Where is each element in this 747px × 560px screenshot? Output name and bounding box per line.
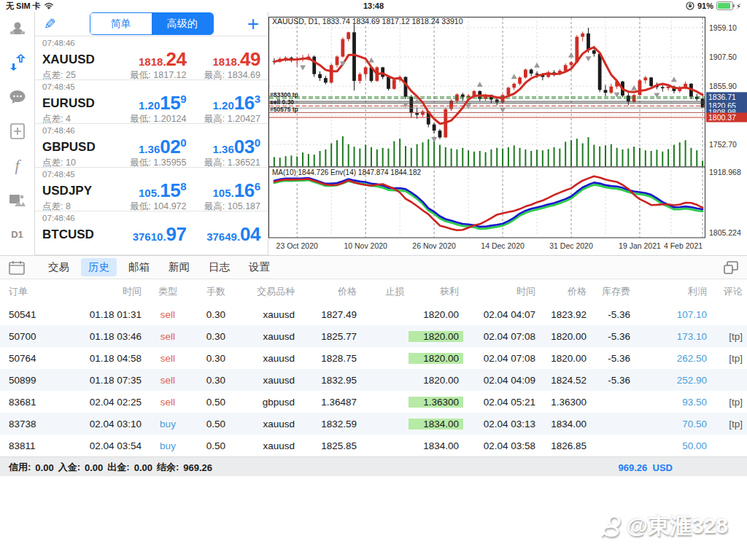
cell-profit: 107.10	[635, 309, 711, 320]
quote-bid: 1818.24	[112, 48, 187, 71]
orientation-lock-icon	[686, 1, 694, 10]
history-row-50764[interactable]: 5076401.18 04:58sell0.30xauusd1828.75182…	[0, 347, 747, 369]
candle-body	[433, 125, 436, 131]
sidebar-item-quotes[interactable]	[8, 53, 27, 72]
terminal-tabbar: 交易历史邮箱新闻日志设置	[0, 255, 747, 279]
candle-body	[438, 131, 442, 137]
volume-bar	[336, 140, 338, 166]
edit-pencil-icon[interactable]: ✎	[44, 15, 56, 33]
segment-advanced[interactable]: 高级的	[152, 13, 213, 34]
history-row-83681[interactable]: 8368102.04 02:25sell0.50gbpusd1.364871.3…	[0, 391, 747, 413]
candle-body	[415, 113, 419, 114]
volume-bar	[274, 157, 275, 166]
terminal-tab-0[interactable]: 交易	[41, 258, 77, 276]
sidebar-item-objects[interactable]	[8, 190, 27, 209]
volume-bar	[616, 148, 618, 166]
candle-body	[324, 78, 328, 82]
cell-profit: 50.00	[635, 440, 711, 451]
cell-symbol: xauusd	[230, 440, 299, 451]
quotes-toolbar: ✎ 简单 高级的 +	[35, 12, 268, 36]
price-chart[interactable]: XAUUSD, D1, 1833.74 1834.69 1817.12 1818…	[268, 12, 747, 255]
add-symbol-button[interactable]: +	[247, 17, 259, 31]
window-layout-icon[interactable]	[724, 261, 738, 274]
cell-price: 1.36487	[299, 397, 361, 408]
cell-close-price: 1834.00	[540, 419, 591, 429]
volume-bar	[348, 144, 349, 166]
terminal-tab-4[interactable]: 日志	[201, 258, 237, 276]
cell-comment: [tp]	[711, 331, 747, 342]
cell-profit: 70.50	[635, 419, 711, 429]
cell-tp: 1.36300	[409, 397, 463, 408]
column-header: 时间	[463, 285, 540, 298]
history-row-50899[interactable]: 5089901.18 07:35sell0.30xauusd1832.95182…	[0, 369, 747, 391]
terminal-tab-2[interactable]: 邮箱	[121, 258, 157, 276]
cell-volume: 0.30	[190, 331, 230, 342]
chart-panel[interactable]: XAUUSD, D1, 1833.74 1834.69 1817.12 1818…	[268, 12, 747, 255]
cell-close-price: 1824.52	[540, 375, 591, 386]
quote-ask: 1818.49	[187, 48, 261, 71]
quote-row-btcusd[interactable]: 07:48:46BTCUSD37610.9737649.04	[35, 211, 268, 255]
candle-body	[524, 69, 527, 77]
quote-row-xauusd[interactable]: 07:48:46XAUUSD1818.241818.49点差: 25最低: 18…	[35, 36, 268, 80]
quote-low: 最低: 1817.12	[112, 69, 187, 81]
tab-list: 交易历史邮箱新闻日志设置	[41, 258, 277, 276]
terminal-tab-3[interactable]: 新闻	[161, 258, 197, 276]
cell-tp: 1834.00	[409, 440, 463, 451]
history-table-header: 订单时间类型手数交易品种价格止损获利时间价格库存费利润评论	[0, 279, 747, 303]
history-row-50700[interactable]: 5070001.18 03:46sell0.30xauusd1825.77182…	[0, 325, 747, 347]
volume-bar	[359, 149, 360, 166]
candle-body	[598, 54, 602, 90]
axis-badge-label: 1836.71	[708, 93, 736, 101]
quote-ask: 1.20163	[187, 92, 261, 114]
quote-row-eurusd[interactable]: 07:48:45EURUSD1.201591.20163点差: 4最低: 1.2…	[35, 80, 268, 124]
column-header: 库存费	[591, 285, 635, 298]
quote-row-usdjpy[interactable]: 07:48:45USDJPY105.158105.166点差: 8最低: 104…	[35, 168, 268, 211]
terminal-tab-5[interactable]: 设置	[241, 258, 277, 276]
axis-price-label: 1855.90	[709, 82, 737, 90]
quote-row-gbpusd[interactable]: 07:48:46GBPUSD1.360201.36030点差: 10最低: 1.…	[35, 124, 268, 168]
cell-tp: 1834.00	[409, 419, 463, 429]
volume-bar	[554, 147, 555, 166]
column-header: 价格	[299, 285, 361, 298]
cell-close-time: 02.04 04:09	[463, 375, 540, 386]
sidebar-item-accounts[interactable]	[8, 19, 27, 38]
indicator-label: MA(10) 1844.726 Env(14) 1847.874 1844.18…	[272, 168, 421, 176]
candle-body	[330, 65, 333, 82]
column-header: 止损	[361, 285, 409, 298]
history-row-83811[interactable]: 8381102.04 03:54buy0.50xauusd1825.851834…	[0, 435, 747, 456]
candle-body	[609, 87, 613, 93]
cell-order: 50700	[0, 331, 66, 342]
candle-body	[381, 67, 384, 77]
volume-bar	[622, 149, 623, 166]
sidebar-item-new-order[interactable]	[8, 122, 27, 141]
segment-simple[interactable]: 简单	[90, 13, 152, 34]
volume-bar	[582, 144, 584, 167]
history-row-50541[interactable]: 5054101.18 01:31sell0.30xauusd1827.49182…	[0, 303, 747, 325]
view-mode-segment: 简单 高级的	[90, 12, 214, 35]
sidebar-item-chat[interactable]	[8, 88, 27, 106]
axis-date-label: 23 Oct 2020	[276, 241, 318, 250]
sidebar-item-indicators[interactable]: f	[8, 156, 27, 175]
volume-bar	[525, 149, 526, 166]
axis-badge-label: 1800.37	[708, 113, 736, 122]
terminal-tab-1[interactable]: 历史	[81, 258, 117, 276]
calendar-icon[interactable]	[9, 260, 25, 275]
candle-body	[495, 100, 499, 103]
quote-high: 最高: 1.20427	[187, 113, 261, 125]
volume-bar	[325, 149, 326, 166]
cell-type: sell	[146, 309, 190, 320]
axis-sub-bottom: 1805.224	[709, 228, 741, 237]
cell-swap: -5.36	[591, 375, 635, 386]
cell-close-time: 02.04 03:58	[463, 440, 540, 451]
sidebar-item-timeframe[interactable]: D1	[8, 225, 27, 244]
quote-spread: 点差: 25	[42, 69, 112, 81]
volume-bar	[633, 147, 635, 166]
quotes-list: 07:48:46XAUUSD1818.241818.49点差: 25最低: 18…	[35, 36, 268, 255]
column-header: 获利	[409, 285, 463, 298]
volume-bar	[490, 149, 492, 166]
cell-close-price: 1.36300	[540, 397, 591, 408]
candle-body	[352, 32, 356, 81]
cell-type: sell	[146, 331, 190, 342]
cell-close-time: 02.04 04:07	[463, 309, 540, 320]
history-row-83738[interactable]: 8373802.04 03:10buy0.50xauusd1832.591834…	[0, 413, 747, 435]
